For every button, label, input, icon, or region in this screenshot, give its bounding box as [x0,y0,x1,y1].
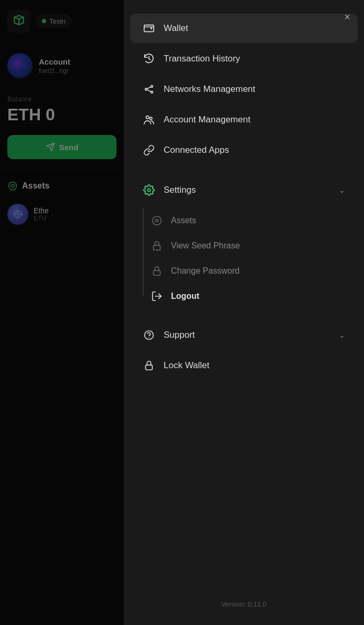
networks-icon [143,83,155,96]
svg-line-14 [147,87,151,89]
menu-settings-label: Settings [164,185,330,195]
connected-icon [143,144,155,157]
sub-item-view-seed-phrase[interactable]: View Seed Phrase [124,233,364,258]
menu-item-lock-wallet[interactable]: Lock Wallet [130,351,358,380]
sub-item-assets[interactable]: Assets [124,208,364,233]
svg-point-16 [146,116,149,119]
sub-assets-label: Assets [171,216,196,225]
menu-item-transaction-history[interactable]: Transaction History [130,44,358,74]
wallet-icon [143,22,155,35]
svg-point-19 [153,216,162,225]
menu-item-wallet[interactable]: Wallet [130,14,358,43]
close-button[interactable]: × [339,8,356,25]
menu-support-label: Support [164,330,330,340]
settings-icon [143,184,155,196]
menu-transaction-label: Transaction History [164,54,345,64]
history-icon [143,53,155,65]
svg-point-17 [149,117,152,120]
sub-logout-label: Logout [171,291,199,301]
menu-item-account-management[interactable]: Account Management [130,105,358,134]
sub-item-change-password[interactable]: Change Password [124,258,364,284]
settings-sub-items: Assets View Seed Phrase [124,206,364,311]
sub-change-password-label: Change Password [171,266,240,276]
version-text: Version: 0.11.0 [124,592,364,617]
lock-icon-2 [151,265,163,277]
svg-rect-21 [154,270,160,275]
assets-sub-icon [151,215,163,226]
spacer-1 [124,166,364,174]
menu-wallet-label: Wallet [164,23,345,34]
menu-connected-label: Connected Apps [164,145,345,155]
sub-seed-phrase-label: View Seed Phrase [171,241,240,251]
menu-lock-wallet-label: Lock Wallet [164,360,345,371]
sub-item-logout[interactable]: Logout [124,284,364,309]
menu-item-connected-apps[interactable]: Connected Apps [130,136,358,165]
lock-wallet-icon [143,359,155,372]
menu-account-label: Account Management [164,114,345,125]
menu-networks-label: Networks Management [164,84,345,95]
svg-line-15 [147,90,151,92]
menu-item-networks-management[interactable]: Networks Management [130,75,358,104]
side-menu: × Wallet Tran [124,0,364,625]
support-chevron-icon: ⌄ [339,331,345,339]
menu-item-settings[interactable]: Settings ⌄ [130,175,358,205]
spacer-2 [124,311,364,319]
logout-icon [151,290,163,302]
svg-point-23 [145,331,154,340]
svg-line-10 [149,59,151,60]
menu-item-support[interactable]: Support ⌄ [130,320,358,350]
menu-items: Wallet Transaction History [124,8,364,592]
settings-chevron-icon: ⌄ [339,186,345,194]
support-icon [143,329,155,341]
account-icon [143,113,155,126]
svg-rect-7 [144,25,154,32]
lock-icon [151,240,163,252]
svg-rect-25 [146,365,153,370]
svg-rect-20 [154,245,160,250]
svg-point-18 [147,189,151,192]
